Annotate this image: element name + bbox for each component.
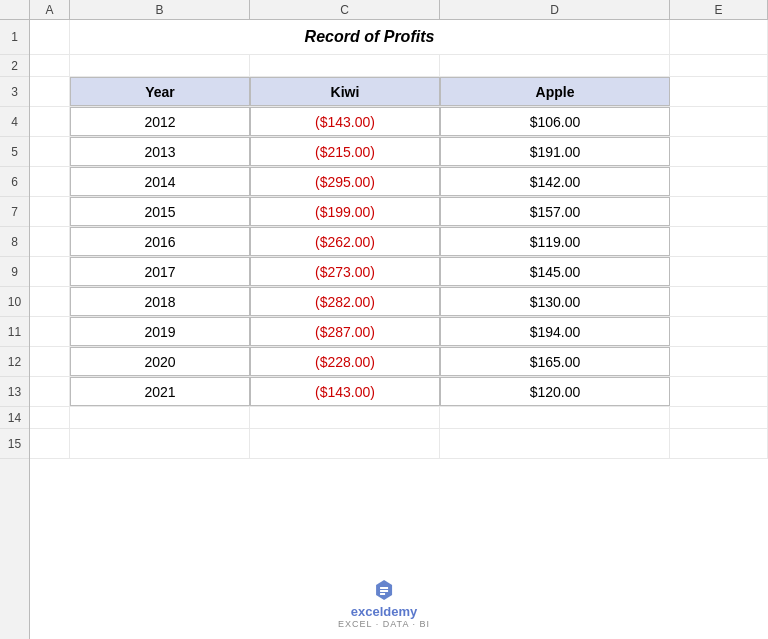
row-12: 2020 ($228.00) $165.00 bbox=[30, 347, 768, 377]
cell-a5[interactable] bbox=[30, 137, 70, 166]
cell-apple-10[interactable]: $130.00 bbox=[440, 287, 670, 316]
cell-a10[interactable] bbox=[30, 287, 70, 316]
cell-b15[interactable] bbox=[70, 429, 250, 458]
logo-subtext: EXCEL · DATA · BI bbox=[338, 619, 430, 629]
cell-year-12[interactable]: 2020 bbox=[70, 347, 250, 376]
cell-year-11[interactable]: 2019 bbox=[70, 317, 250, 346]
row-8: 2016 ($262.00) $119.00 bbox=[30, 227, 768, 257]
cell-apple-7[interactable]: $157.00 bbox=[440, 197, 670, 226]
cell-kiwi-8[interactable]: ($262.00) bbox=[250, 227, 440, 256]
kiwi-value-8: ($262.00) bbox=[315, 234, 375, 250]
cell-e2[interactable] bbox=[670, 55, 768, 76]
cell-a8[interactable] bbox=[30, 227, 70, 256]
cell-a7[interactable] bbox=[30, 197, 70, 226]
cell-apple-8[interactable]: $119.00 bbox=[440, 227, 670, 256]
cell-e1[interactable] bbox=[670, 20, 768, 54]
year-header-label: Year bbox=[145, 84, 175, 100]
cell-e9[interactable] bbox=[670, 257, 768, 286]
cell-kiwi-5[interactable]: ($215.00) bbox=[250, 137, 440, 166]
cell-d14[interactable] bbox=[440, 407, 670, 428]
apple-value-10: $130.00 bbox=[530, 294, 581, 310]
cell-kiwi-7[interactable]: ($199.00) bbox=[250, 197, 440, 226]
apple-value-12: $165.00 bbox=[530, 354, 581, 370]
cell-apple-header[interactable]: Apple bbox=[440, 77, 670, 106]
apple-value-4: $106.00 bbox=[530, 114, 581, 130]
apple-header-label: Apple bbox=[536, 84, 575, 100]
cell-apple-11[interactable]: $194.00 bbox=[440, 317, 670, 346]
cell-d15[interactable] bbox=[440, 429, 670, 458]
kiwi-value-10: ($282.00) bbox=[315, 294, 375, 310]
row-14 bbox=[30, 407, 768, 429]
cell-a4[interactable] bbox=[30, 107, 70, 136]
cell-e7[interactable] bbox=[670, 197, 768, 226]
cell-a2[interactable] bbox=[30, 55, 70, 76]
cell-a14[interactable] bbox=[30, 407, 70, 428]
cell-a3[interactable] bbox=[30, 77, 70, 106]
cell-a6[interactable] bbox=[30, 167, 70, 196]
cell-e8[interactable] bbox=[670, 227, 768, 256]
year-value-5: 2013 bbox=[144, 144, 175, 160]
corner-cell bbox=[0, 0, 30, 19]
cell-apple-5[interactable]: $191.00 bbox=[440, 137, 670, 166]
row-num-2: 2 bbox=[0, 55, 29, 77]
row-num-3: 3 bbox=[0, 77, 29, 107]
cell-e15[interactable] bbox=[670, 429, 768, 458]
cell-b14[interactable] bbox=[70, 407, 250, 428]
cell-kiwi-12[interactable]: ($228.00) bbox=[250, 347, 440, 376]
cell-year-7[interactable]: 2015 bbox=[70, 197, 250, 226]
cell-e11[interactable] bbox=[670, 317, 768, 346]
cell-year-header[interactable]: Year bbox=[70, 77, 250, 106]
cell-a13[interactable] bbox=[30, 377, 70, 406]
row-num-15: 15 bbox=[0, 429, 29, 459]
row-7: 2015 ($199.00) $157.00 bbox=[30, 197, 768, 227]
cell-year-9[interactable]: 2017 bbox=[70, 257, 250, 286]
cell-a11[interactable] bbox=[30, 317, 70, 346]
apple-value-7: $157.00 bbox=[530, 204, 581, 220]
cell-e4[interactable] bbox=[670, 107, 768, 136]
cell-d2[interactable] bbox=[440, 55, 670, 76]
cell-year-13[interactable]: 2021 bbox=[70, 377, 250, 406]
cell-kiwi-header[interactable]: Kiwi bbox=[250, 77, 440, 106]
kiwi-value-7: ($199.00) bbox=[315, 204, 375, 220]
cell-e6[interactable] bbox=[670, 167, 768, 196]
cell-apple-13[interactable]: $120.00 bbox=[440, 377, 670, 406]
cell-e10[interactable] bbox=[670, 287, 768, 316]
cell-year-10[interactable]: 2018 bbox=[70, 287, 250, 316]
cell-e5[interactable] bbox=[670, 137, 768, 166]
kiwi-value-12: ($228.00) bbox=[315, 354, 375, 370]
cell-kiwi-9[interactable]: ($273.00) bbox=[250, 257, 440, 286]
rows-area: 123456789101112131415 Record of Profits bbox=[0, 20, 768, 639]
cell-apple-9[interactable]: $145.00 bbox=[440, 257, 670, 286]
row-13: 2021 ($143.00) $120.00 bbox=[30, 377, 768, 407]
cell-e3[interactable] bbox=[670, 77, 768, 106]
cell-kiwi-13[interactable]: ($143.00) bbox=[250, 377, 440, 406]
cell-year-5[interactable]: 2013 bbox=[70, 137, 250, 166]
row-num-1: 1 bbox=[0, 20, 29, 55]
cell-kiwi-11[interactable]: ($287.00) bbox=[250, 317, 440, 346]
cell-a1[interactable] bbox=[30, 20, 70, 54]
spreadsheet-title: Record of Profits bbox=[70, 28, 669, 46]
cell-year-8[interactable]: 2016 bbox=[70, 227, 250, 256]
cell-year-4[interactable]: 2012 bbox=[70, 107, 250, 136]
cell-c14[interactable] bbox=[250, 407, 440, 428]
data-rows: 2012 ($143.00) $106.00 2013 ($215.00) $1… bbox=[30, 107, 768, 407]
cell-e14[interactable] bbox=[670, 407, 768, 428]
cell-apple-12[interactable]: $165.00 bbox=[440, 347, 670, 376]
cell-b2[interactable] bbox=[70, 55, 250, 76]
cell-kiwi-4[interactable]: ($143.00) bbox=[250, 107, 440, 136]
apple-value-13: $120.00 bbox=[530, 384, 581, 400]
cell-kiwi-10[interactable]: ($282.00) bbox=[250, 287, 440, 316]
cell-a12[interactable] bbox=[30, 347, 70, 376]
cell-c2[interactable] bbox=[250, 55, 440, 76]
cell-apple-6[interactable]: $142.00 bbox=[440, 167, 670, 196]
cell-e12[interactable] bbox=[670, 347, 768, 376]
cell-year-6[interactable]: 2014 bbox=[70, 167, 250, 196]
cell-apple-4[interactable]: $106.00 bbox=[440, 107, 670, 136]
cell-e13[interactable] bbox=[670, 377, 768, 406]
cell-title[interactable]: Record of Profits bbox=[70, 20, 670, 54]
cell-a9[interactable] bbox=[30, 257, 70, 286]
cell-a15[interactable] bbox=[30, 429, 70, 458]
cell-kiwi-6[interactable]: ($295.00) bbox=[250, 167, 440, 196]
apple-value-8: $119.00 bbox=[530, 234, 581, 250]
cell-c15[interactable] bbox=[250, 429, 440, 458]
